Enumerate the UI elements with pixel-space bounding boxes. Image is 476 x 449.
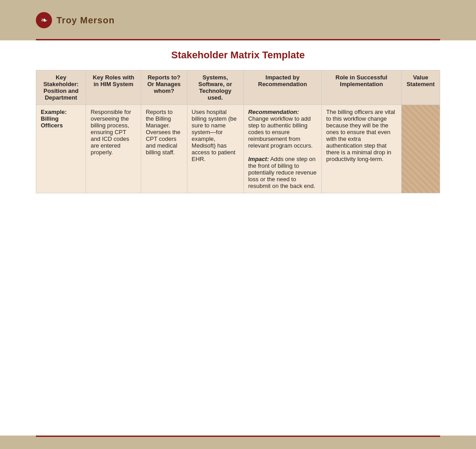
footer-line <box>36 436 440 437</box>
impact-label: Impact: <box>248 156 269 162</box>
main-content: Stakeholder Matrix Template Key Stakehol… <box>0 40 476 220</box>
header: ❧ Troy Merson <box>0 0 476 40</box>
header-title: Troy Merson <box>56 15 115 26</box>
cell-systems: Uses hospital billing system (be sure to… <box>187 105 243 193</box>
col-header-value: Value Statement <box>401 70 440 105</box>
table-header-row: Key Stakeholder: Position and Department… <box>36 70 440 105</box>
col-header-key-roles: Key Roles with in HIM System <box>86 70 141 105</box>
logo-icon: ❧ <box>41 15 48 25</box>
footer <box>0 436 476 449</box>
cell-role: The billing officers are vital to this w… <box>321 105 401 193</box>
table-row: Example: Billing Officers Responsible fo… <box>36 105 440 193</box>
cell-impacted: Recommendation: Change workflow to add s… <box>243 105 321 193</box>
value-cell-overlay <box>402 105 440 193</box>
page-title: Stakeholder Matrix Template <box>36 49 440 61</box>
col-header-role: Role in Successful Implementation <box>321 70 401 105</box>
cell-stakeholder: Example: Billing Officers <box>36 105 86 193</box>
col-header-reports-to: Reports to? Or Manages whom? <box>141 70 187 105</box>
col-header-systems: Systems, Software, or Technology used. <box>187 70 243 105</box>
cell-key-roles: Responsible for overseeing the billing p… <box>86 105 141 193</box>
stakeholder-table: Key Stakeholder: Position and Department… <box>36 70 440 193</box>
header-logo: ❧ <box>36 12 52 28</box>
col-header-stakeholder: Key Stakeholder: Position and Department <box>36 70 86 105</box>
stakeholder-example-label: Example: <box>41 109 67 115</box>
col-header-impacted: Impacted by Recommendation <box>243 70 321 105</box>
header-line <box>36 39 440 40</box>
cell-value-statement <box>401 105 440 193</box>
cell-reports-to: Reports to the Billing Manager. Oversees… <box>141 105 187 193</box>
recommendation-text: Change workflow to add step to authentic… <box>248 115 313 149</box>
stakeholder-name: Billing Officers <box>41 115 63 129</box>
recommendation-label: Recommendation: <box>248 109 299 115</box>
